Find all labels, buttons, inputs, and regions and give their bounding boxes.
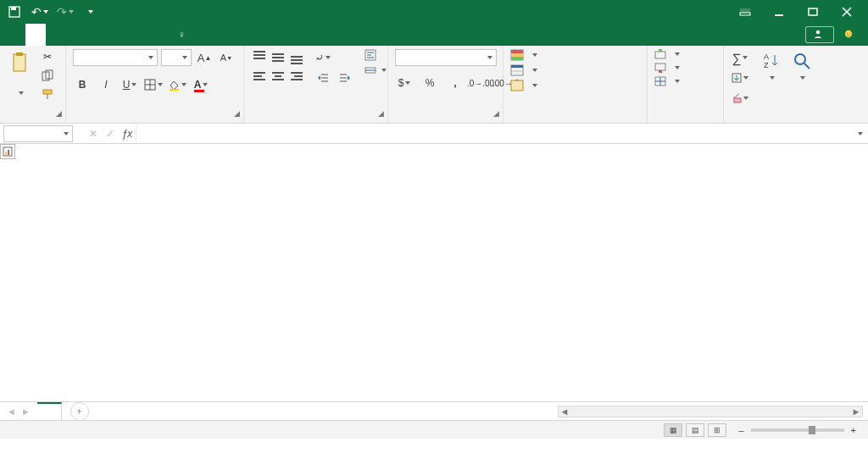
zoom-slider[interactable]: [751, 428, 844, 432]
tab-file[interactable]: [5, 24, 25, 46]
tab-page-layout[interactable]: [66, 24, 86, 46]
svg-rect-1: [11, 7, 16, 10]
sign-in-link[interactable]: [780, 24, 800, 46]
clipboard-dialog-launcher[interactable]: ◢: [56, 109, 62, 118]
sheet-tab-sheet1[interactable]: [37, 402, 62, 420]
autosum-icon[interactable]: ∑: [731, 49, 749, 66]
tell-me-search[interactable]: ♀: [178, 24, 191, 46]
view-normal-icon[interactable]: ▦: [664, 423, 682, 437]
tab-insert[interactable]: [46, 24, 66, 46]
increase-decimal-icon[interactable]: .0→.00: [471, 75, 490, 91]
horizontal-scrollbar[interactable]: ◄ ►: [558, 406, 863, 417]
find-select-button[interactable]: [788, 49, 815, 83]
decrease-font-icon[interactable]: A▼: [217, 49, 236, 66]
sheet-nav-prev-icon[interactable]: ◄: [7, 406, 16, 417]
align-right-icon[interactable]: [288, 68, 305, 85]
tab-home[interactable]: [25, 24, 46, 46]
tab-formulas[interactable]: [86, 24, 107, 46]
clear-icon[interactable]: [731, 90, 749, 107]
insert-function-icon[interactable]: ƒx: [119, 125, 136, 142]
svg-rect-13: [43, 90, 52, 94]
svg-rect-3: [740, 8, 750, 13]
copy-icon[interactable]: [39, 68, 56, 83]
orientation-icon[interactable]: ⤾: [314, 49, 332, 66]
delete-cells-button[interactable]: [654, 63, 680, 73]
scroll-right-icon[interactable]: ►: [850, 406, 862, 417]
font-name-select[interactable]: [73, 49, 158, 66]
cut-icon[interactable]: ✂: [39, 49, 56, 64]
align-left-icon[interactable]: [251, 68, 268, 85]
view-page-layout-icon[interactable]: ▤: [686, 423, 704, 437]
font-color-button[interactable]: A: [192, 76, 210, 93]
undo-icon[interactable]: ↶: [32, 4, 47, 19]
conditional-formatting-button[interactable]: [510, 49, 537, 61]
tab-data[interactable]: [107, 24, 127, 46]
align-middle-icon[interactable]: [270, 49, 287, 66]
scroll-left-icon[interactable]: ◄: [559, 406, 570, 417]
number-format-select[interactable]: [395, 49, 497, 66]
fill-color-button[interactable]: [168, 76, 186, 93]
wrap-text-button[interactable]: [364, 49, 387, 61]
align-center-icon[interactable]: [270, 68, 287, 85]
format-cells-button[interactable]: [654, 76, 680, 86]
svg-rect-50: [8, 150, 9, 155]
number-dialog-launcher[interactable]: ◢: [493, 109, 499, 118]
sheet-nav-next-icon[interactable]: ►: [21, 406, 31, 417]
ribbon-options-icon[interactable]: [734, 3, 756, 20]
svg-point-46: [795, 54, 805, 64]
align-top-icon[interactable]: [251, 49, 268, 66]
merge-center-button[interactable]: [364, 64, 387, 76]
enter-entry-icon[interactable]: ✓: [102, 125, 119, 142]
save-icon[interactable]: [7, 4, 22, 19]
sheet-bar: ◄ ► ＋ ◄ ►: [0, 401, 868, 420]
borders-button[interactable]: [144, 76, 163, 93]
svg-rect-18: [170, 89, 179, 91]
qat-customize-icon[interactable]: [83, 4, 98, 19]
decrease-indent-icon[interactable]: [314, 69, 332, 86]
font-dialog-launcher[interactable]: ◢: [234, 109, 240, 118]
underline-button[interactable]: U: [120, 76, 139, 93]
align-bottom-icon[interactable]: [288, 49, 305, 66]
bold-button[interactable]: B: [73, 76, 92, 93]
percent-format-icon[interactable]: %: [420, 75, 439, 91]
svg-rect-39: [659, 70, 662, 73]
svg-rect-30: [511, 53, 523, 57]
maximize-button[interactable]: [802, 3, 824, 20]
insert-cells-button[interactable]: [654, 49, 680, 59]
minimize-button[interactable]: [768, 3, 790, 20]
ribbon: ✂ ◢ A▲ A▼ B I U A ◢: [0, 46, 868, 124]
quick-analysis-icon[interactable]: [0, 144, 15, 159]
comma-format-icon[interactable]: ,: [446, 75, 465, 91]
status-bar: ▦ ▤ ⊞ – +: [0, 420, 868, 439]
fill-icon[interactable]: [731, 69, 749, 86]
svg-rect-2: [740, 13, 750, 15]
paste-button[interactable]: [7, 49, 36, 98]
share-button[interactable]: [805, 26, 834, 43]
svg-rect-29: [511, 50, 523, 53]
expand-formula-bar-icon[interactable]: [853, 132, 868, 135]
redo-icon[interactable]: ↷: [58, 4, 73, 19]
zoom-in-button[interactable]: +: [851, 425, 856, 435]
cancel-entry-icon[interactable]: ✕: [85, 125, 102, 142]
view-page-break-icon[interactable]: ⊞: [708, 423, 726, 437]
sort-filter-button[interactable]: AZ: [758, 49, 785, 83]
svg-text:A: A: [764, 52, 769, 61]
formula-input[interactable]: [136, 125, 853, 142]
italic-button[interactable]: I: [97, 76, 115, 93]
accounting-format-icon[interactable]: $: [395, 75, 414, 91]
format-painter-icon[interactable]: [39, 86, 56, 102]
close-button[interactable]: [836, 3, 858, 20]
increase-font-icon[interactable]: A▲: [195, 49, 214, 66]
feedback-smile-icon[interactable]: ☻: [839, 24, 858, 42]
tab-view[interactable]: [147, 24, 168, 46]
font-size-select[interactable]: [161, 49, 192, 66]
format-as-table-button[interactable]: [510, 64, 537, 76]
tab-review[interactable]: [127, 24, 147, 46]
name-box[interactable]: [3, 125, 73, 142]
increase-indent-icon[interactable]: [336, 69, 354, 86]
add-sheet-button[interactable]: ＋: [70, 402, 89, 421]
cell-styles-button[interactable]: [510, 80, 537, 91]
zoom-out-button[interactable]: –: [738, 425, 743, 435]
alignment-dialog-launcher[interactable]: ◢: [378, 109, 384, 118]
svg-rect-33: [511, 65, 523, 68]
